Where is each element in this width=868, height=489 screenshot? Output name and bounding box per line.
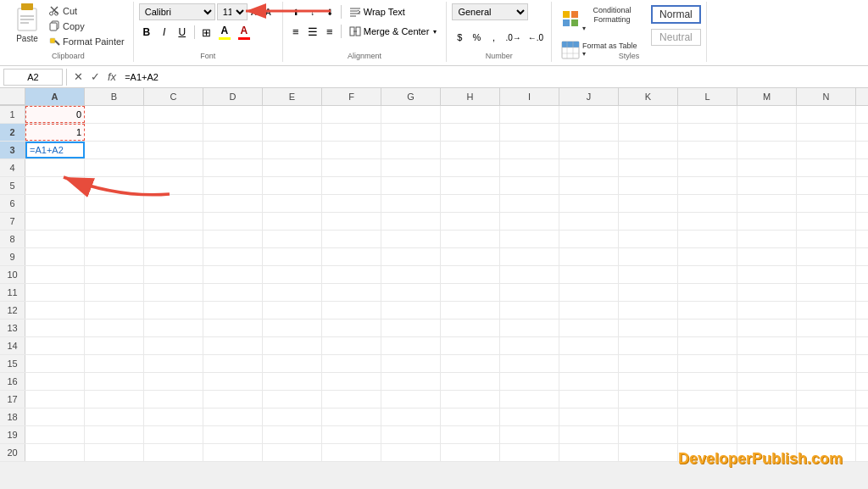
cell-H4[interactable]	[441, 159, 500, 176]
cell-K12[interactable]	[619, 302, 678, 319]
increase-decimal-button[interactable]: .0→	[503, 29, 523, 46]
cell-F2[interactable]	[322, 124, 381, 141]
cell-D10[interactable]	[203, 266, 263, 283]
cell-G4[interactable]	[381, 159, 441, 176]
cell-J7[interactable]	[559, 213, 619, 230]
align-top-button[interactable]: ⬆	[288, 3, 303, 20]
font-color-button[interactable]: A	[236, 23, 253, 42]
cell-C18[interactable]	[144, 408, 203, 425]
cell-G5[interactable]	[381, 177, 441, 194]
cell-L10[interactable]	[678, 266, 737, 283]
cell-K15[interactable]	[619, 355, 678, 372]
cell-N8[interactable]	[797, 231, 856, 247]
cell-F19[interactable]	[322, 426, 381, 443]
cell-C19[interactable]	[144, 426, 203, 443]
cell-K18[interactable]	[619, 408, 678, 425]
cell-F3[interactable]	[322, 142, 381, 158]
cell-D15[interactable]	[203, 355, 263, 372]
cell-D19[interactable]	[203, 426, 263, 443]
cell-N19[interactable]	[797, 426, 856, 443]
cell-reference-input[interactable]	[3, 69, 63, 86]
cell-M9[interactable]	[737, 248, 797, 265]
cell-J9[interactable]	[559, 248, 619, 265]
cell-K10[interactable]	[619, 266, 678, 283]
cell-E11[interactable]	[263, 284, 322, 301]
cell-N6[interactable]	[797, 195, 856, 212]
align-right-button[interactable]: ≡	[322, 23, 337, 40]
col-header-B[interactable]: B	[85, 88, 144, 105]
cell-A4[interactable]	[25, 159, 85, 176]
col-header-C[interactable]: C	[144, 88, 203, 105]
cell-L20[interactable]	[678, 444, 737, 461]
cell-K20[interactable]	[619, 444, 678, 461]
cell-E20[interactable]	[263, 444, 322, 461]
merge-center-button[interactable]: Merge & Center ▾	[345, 24, 442, 39]
cell-G11[interactable]	[381, 284, 441, 301]
cell-L5[interactable]	[678, 177, 737, 194]
cell-M16[interactable]	[737, 373, 797, 390]
cell-I8[interactable]	[500, 231, 559, 247]
cell-L13[interactable]	[678, 320, 737, 336]
cell-B19[interactable]	[85, 426, 144, 443]
cell-M4[interactable]	[737, 159, 797, 176]
cell-E2[interactable]	[263, 124, 322, 141]
cell-M2[interactable]	[737, 124, 797, 141]
decrease-font-size-button[interactable]: A⁻	[264, 5, 277, 19]
cell-L9[interactable]	[678, 248, 737, 265]
cell-F14[interactable]	[322, 337, 381, 354]
col-header-I[interactable]: I	[500, 88, 559, 105]
cell-F11[interactable]	[322, 284, 381, 301]
cell-A1[interactable]: 0	[25, 106, 85, 123]
cell-F4[interactable]	[322, 159, 381, 176]
cell-B13[interactable]	[85, 320, 144, 336]
cancel-formula-button[interactable]: ✕	[70, 69, 86, 85]
cell-E18[interactable]	[263, 408, 322, 425]
cell-D9[interactable]	[203, 248, 263, 265]
cell-L18[interactable]	[678, 408, 737, 425]
merge-dropdown-icon[interactable]: ▾	[433, 28, 437, 36]
cell-M11[interactable]	[737, 284, 797, 301]
cell-H15[interactable]	[441, 355, 500, 372]
cell-I15[interactable]	[500, 355, 559, 372]
cell-H17[interactable]	[441, 391, 500, 408]
cell-H16[interactable]	[441, 373, 500, 390]
cell-G2[interactable]	[381, 124, 441, 141]
dollar-button[interactable]: %	[469, 29, 484, 46]
cell-C6[interactable]	[144, 195, 203, 212]
cell-I3[interactable]	[500, 142, 559, 158]
cell-B18[interactable]	[85, 408, 144, 425]
cell-M6[interactable]	[737, 195, 797, 212]
cell-E14[interactable]	[263, 337, 322, 354]
cell-I9[interactable]	[500, 248, 559, 265]
cell-D17[interactable]	[203, 391, 263, 408]
cell-B12[interactable]	[85, 302, 144, 319]
cell-L8[interactable]	[678, 231, 737, 247]
cell-I5[interactable]	[500, 177, 559, 194]
cell-B11[interactable]	[85, 284, 144, 301]
copy-button[interactable]: Copy	[46, 19, 128, 33]
cell-E16[interactable]	[263, 373, 322, 390]
cell-A2[interactable]: 1	[25, 124, 85, 141]
cell-G7[interactable]	[381, 213, 441, 230]
cell-H1[interactable]	[441, 106, 500, 123]
cell-D7[interactable]	[203, 213, 263, 230]
cell-B2[interactable]	[85, 124, 144, 141]
cell-M10[interactable]	[737, 266, 797, 283]
cell-H3[interactable]	[441, 142, 500, 158]
cell-E9[interactable]	[263, 248, 322, 265]
cell-N13[interactable]	[797, 320, 856, 336]
col-header-D[interactable]: D	[203, 88, 263, 105]
cell-K8[interactable]	[619, 231, 678, 247]
cell-D5[interactable]	[203, 177, 263, 194]
align-middle-button[interactable]: ↕	[305, 3, 320, 20]
cell-C15[interactable]	[144, 355, 203, 372]
cell-A5[interactable]	[25, 177, 85, 194]
cell-A3[interactable]: =A1+A2	[25, 142, 85, 158]
cell-J18[interactable]	[559, 408, 619, 425]
cell-I7[interactable]	[500, 213, 559, 230]
percent-button[interactable]: $	[452, 29, 467, 46]
cell-E7[interactable]	[263, 213, 322, 230]
font-size-select[interactable]: 118101214	[217, 3, 248, 20]
cut-button[interactable]: Cut	[46, 3, 128, 18]
cell-G16[interactable]	[381, 373, 441, 390]
